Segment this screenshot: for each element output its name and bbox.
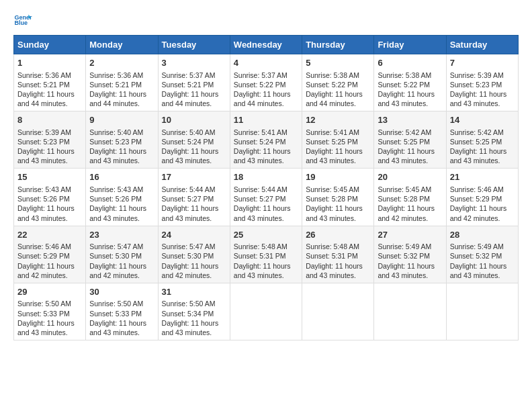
sunset-text: Sunset: 5:30 PM — [89, 252, 142, 260]
sunrise-text: Sunrise: 5:38 AM — [306, 71, 359, 79]
sunrise-text: Sunrise: 5:45 AM — [306, 185, 359, 193]
day-number: 17 — [162, 171, 226, 183]
sunset-text: Sunset: 5:22 PM — [234, 81, 286, 89]
sunrise-text: Sunrise: 5:50 AM — [17, 300, 71, 308]
day-number: 14 — [450, 114, 515, 126]
daylight-text: Daylight: 11 hours and 43 minutes. — [17, 204, 75, 222]
daylight-text: Daylight: 11 hours and 43 minutes. — [450, 262, 507, 279]
sunset-text: Sunset: 5:23 PM — [17, 138, 70, 146]
daylight-text: Daylight: 11 hours and 43 minutes. — [450, 90, 507, 107]
sunset-text: Sunset: 5:32 PM — [378, 252, 430, 260]
sunset-text: Sunset: 5:24 PM — [234, 138, 286, 146]
sunrise-text: Sunrise: 5:50 AM — [89, 300, 143, 308]
calendar-cell: 29Sunrise: 5:50 AMSunset: 5:33 PMDayligh… — [14, 283, 86, 340]
day-number: 13 — [378, 114, 442, 126]
daylight-text: Daylight: 11 hours and 43 minutes. — [162, 147, 219, 165]
week-row-1: 8Sunrise: 5:39 AMSunset: 5:23 PMDaylight… — [14, 111, 519, 169]
sunrise-text: Sunrise: 5:41 AM — [306, 128, 359, 136]
day-number: 8 — [17, 114, 82, 126]
calendar-cell: 8Sunrise: 5:39 AMSunset: 5:23 PMDaylight… — [14, 111, 86, 169]
sunset-text: Sunset: 5:29 PM — [17, 252, 70, 260]
day-number: 12 — [306, 114, 370, 126]
daylight-text: Daylight: 11 hours and 43 minutes. — [162, 204, 219, 222]
sunrise-text: Sunrise: 5:44 AM — [162, 185, 216, 193]
calendar-cell — [374, 283, 446, 340]
calendar-cell: 2Sunrise: 5:36 AMSunset: 5:21 PMDaylight… — [86, 54, 158, 111]
sunrise-text: Sunrise: 5:44 AM — [234, 185, 287, 193]
day-number: 25 — [234, 229, 298, 241]
sunset-text: Sunset: 5:25 PM — [450, 138, 502, 146]
week-row-2: 15Sunrise: 5:43 AMSunset: 5:26 PMDayligh… — [14, 169, 519, 226]
day-number: 28 — [450, 229, 515, 241]
sunset-text: Sunset: 5:24 PM — [162, 138, 214, 146]
calendar-cell: 27Sunrise: 5:49 AMSunset: 5:32 PMDayligh… — [374, 226, 446, 283]
calendar-cell: 15Sunrise: 5:43 AMSunset: 5:26 PMDayligh… — [14, 169, 86, 226]
sunset-text: Sunset: 5:21 PM — [17, 81, 70, 89]
sunrise-text: Sunrise: 5:39 AM — [450, 71, 504, 79]
calendar-cell: 1Sunrise: 5:36 AMSunset: 5:21 PMDaylight… — [14, 54, 86, 111]
calendar-cell: 24Sunrise: 5:47 AMSunset: 5:30 PMDayligh… — [158, 226, 230, 283]
day-number: 9 — [89, 114, 154, 126]
header-row: SundayMondayTuesdayWednesdayThursdayFrid… — [14, 36, 519, 54]
sunset-text: Sunset: 5:33 PM — [89, 310, 142, 318]
day-number: 7 — [450, 57, 515, 69]
sunrise-text: Sunrise: 5:37 AM — [162, 71, 216, 79]
day-number: 15 — [17, 171, 82, 183]
week-row-4: 29Sunrise: 5:50 AMSunset: 5:33 PMDayligh… — [14, 283, 519, 340]
calendar-cell — [446, 283, 518, 340]
header-saturday: Saturday — [446, 36, 518, 54]
sunrise-text: Sunrise: 5:48 AM — [306, 242, 359, 250]
calendar-cell — [302, 283, 374, 340]
day-number: 29 — [17, 286, 82, 298]
calendar-cell: 12Sunrise: 5:41 AMSunset: 5:25 PMDayligh… — [302, 111, 374, 169]
week-row-3: 22Sunrise: 5:46 AMSunset: 5:29 PMDayligh… — [14, 226, 519, 283]
day-number: 18 — [234, 171, 298, 183]
calendar-cell: 30Sunrise: 5:50 AMSunset: 5:33 PMDayligh… — [86, 283, 158, 340]
sunset-text: Sunset: 5:25 PM — [378, 138, 430, 146]
daylight-text: Daylight: 11 hours and 43 minutes. — [378, 90, 435, 107]
sunrise-text: Sunrise: 5:39 AM — [17, 128, 71, 136]
daylight-text: Daylight: 11 hours and 42 minutes. — [17, 262, 75, 279]
sunrise-text: Sunrise: 5:41 AM — [234, 128, 287, 136]
sunrise-text: Sunrise: 5:49 AM — [378, 242, 431, 250]
day-number: 20 — [378, 171, 442, 183]
day-number: 23 — [89, 229, 154, 241]
daylight-text: Daylight: 11 hours and 42 minutes. — [162, 262, 219, 279]
sunrise-text: Sunrise: 5:47 AM — [89, 242, 143, 250]
sunrise-text: Sunrise: 5:40 AM — [162, 128, 216, 136]
sunset-text: Sunset: 5:21 PM — [89, 81, 142, 89]
calendar-cell: 10Sunrise: 5:40 AMSunset: 5:24 PMDayligh… — [158, 111, 230, 169]
calendar-cell: 28Sunrise: 5:49 AMSunset: 5:32 PMDayligh… — [446, 226, 518, 283]
sunset-text: Sunset: 5:26 PM — [89, 195, 142, 203]
day-number: 5 — [306, 57, 370, 69]
calendar-cell: 17Sunrise: 5:44 AMSunset: 5:27 PMDayligh… — [158, 169, 230, 226]
calendar-cell: 25Sunrise: 5:48 AMSunset: 5:31 PMDayligh… — [230, 226, 302, 283]
week-row-0: 1Sunrise: 5:36 AMSunset: 5:21 PMDaylight… — [14, 54, 519, 111]
sunrise-text: Sunrise: 5:48 AM — [234, 242, 287, 250]
logo: General Blue — [13, 11, 32, 30]
daylight-text: Daylight: 11 hours and 44 minutes. — [162, 90, 219, 107]
sunrise-text: Sunrise: 5:46 AM — [17, 242, 71, 250]
daylight-text: Daylight: 11 hours and 43 minutes. — [234, 147, 291, 165]
daylight-text: Daylight: 11 hours and 44 minutes. — [89, 90, 146, 107]
calendar-cell: 14Sunrise: 5:42 AMSunset: 5:25 PMDayligh… — [446, 111, 518, 169]
daylight-text: Daylight: 11 hours and 44 minutes. — [17, 90, 75, 107]
calendar-cell: 31Sunrise: 5:50 AMSunset: 5:34 PMDayligh… — [158, 283, 230, 340]
daylight-text: Daylight: 11 hours and 43 minutes. — [306, 262, 363, 279]
sunrise-text: Sunrise: 5:37 AM — [234, 71, 287, 79]
day-number: 24 — [162, 229, 226, 241]
daylight-text: Daylight: 11 hours and 43 minutes. — [17, 319, 75, 336]
calendar-header: SundayMondayTuesdayWednesdayThursdayFrid… — [14, 36, 519, 54]
day-number: 30 — [89, 286, 154, 298]
day-number: 6 — [378, 57, 442, 69]
daylight-text: Daylight: 11 hours and 44 minutes. — [306, 90, 363, 107]
svg-text:Blue: Blue — [14, 19, 28, 26]
day-number: 11 — [234, 114, 298, 126]
day-number: 26 — [306, 229, 370, 241]
header-monday: Monday — [86, 36, 158, 54]
daylight-text: Daylight: 11 hours and 43 minutes. — [162, 319, 219, 336]
daylight-text: Daylight: 11 hours and 43 minutes. — [234, 204, 291, 222]
logo-icon: General Blue — [13, 11, 32, 30]
sunset-text: Sunset: 5:28 PM — [306, 195, 358, 203]
calendar-cell: 19Sunrise: 5:45 AMSunset: 5:28 PMDayligh… — [302, 169, 374, 226]
